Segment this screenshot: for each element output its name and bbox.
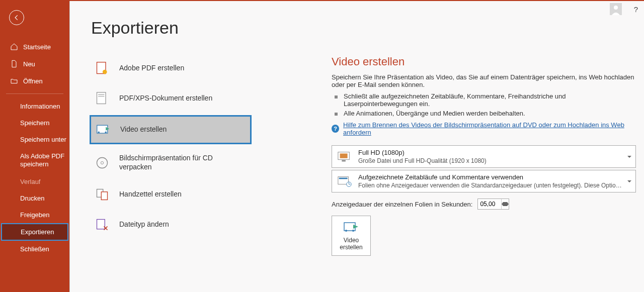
- export-create-video[interactable]: Video erstellen: [90, 116, 251, 144]
- svg-rect-18: [339, 177, 348, 179]
- svg-rect-16: [342, 160, 346, 161]
- export-label: PDF/XPS-Dokument erstellen: [119, 94, 212, 103]
- svg-point-9: [97, 157, 108, 168]
- export-options-list: Adobe PDF erstellen PDF/XPS-Dokument ers…: [90, 55, 251, 242]
- svg-rect-15: [340, 153, 348, 158]
- sidebar-label: Informationen: [20, 103, 60, 110]
- sidebar-label: Exportieren: [21, 228, 54, 236]
- svg-rect-13: [97, 220, 105, 229]
- video-create-panel: Video erstellen Speichern Sie Ihre Präse…: [332, 55, 636, 256]
- panel-bullet: Schließt alle aufgezeichneten Zeitabläuf…: [332, 92, 636, 108]
- sidebar-label: Öffnen: [23, 77, 43, 85]
- sidebar-label: Drucken: [20, 194, 44, 202]
- duration-spinner[interactable]: [477, 199, 509, 210]
- quality-sub: Große Datei und Full HD-Qualität (1920 x…: [358, 157, 623, 164]
- panel-heading: Video erstellen: [332, 55, 636, 68]
- sidebar-label: Speichern unter: [20, 136, 66, 143]
- chevron-down-icon: [627, 180, 631, 182]
- panel-bullet: Alle Animationen, Übergänge und Medien w…: [332, 110, 636, 117]
- spinner-up[interactable]: [502, 199, 509, 204]
- arrow-left-icon: [13, 14, 20, 21]
- monitor-icon: [337, 151, 352, 163]
- video-icon: [96, 123, 110, 137]
- sidebar-label: Speichern: [20, 119, 50, 127]
- svg-rect-3: [97, 92, 106, 104]
- help-info-icon: ?: [332, 125, 339, 133]
- sidebar-label: Freigeben: [20, 211, 50, 219]
- sidebar-label: Als Adobe PDF speichern: [20, 152, 69, 169]
- duration-label: Anzeigedauer der einzelnen Folien in Sek…: [332, 201, 472, 208]
- svg-point-21: [345, 230, 347, 232]
- sidebar-item-info[interactable]: Informationen: [0, 98, 69, 115]
- sidebar-item-export[interactable]: Exportieren: [1, 223, 68, 241]
- chevron-down-icon: [627, 156, 631, 158]
- svg-point-7: [98, 132, 100, 134]
- timings-icon: [337, 175, 352, 187]
- sidebar-item-home[interactable]: Startseite: [0, 38, 69, 55]
- svg-point-8: [105, 132, 107, 134]
- svg-point-2: [103, 70, 107, 74]
- svg-point-0: [614, 6, 618, 10]
- export-label: Video erstellen: [120, 125, 167, 134]
- user-icon: [610, 3, 622, 15]
- account-avatar[interactable]: [610, 3, 622, 15]
- timings-dropdown[interactable]: Aufgezeichnete Zeitabläufe und Kommentar…: [332, 170, 636, 192]
- timings-title: Aufgezeichnete Zeitabläufe und Kommentar…: [358, 173, 623, 181]
- home-icon: [10, 43, 18, 51]
- export-pdf-xps[interactable]: PDF/XPS-Dokument erstellen: [90, 85, 251, 112]
- help-button[interactable]: ?: [630, 5, 642, 14]
- sidebar-item-new[interactable]: Neu: [0, 55, 69, 72]
- export-change-filetype[interactable]: Dateityp ändern: [90, 212, 251, 238]
- svg-point-10: [101, 161, 103, 164]
- folder-open-icon: [10, 77, 18, 85]
- export-handouts[interactable]: Handzettel erstellen: [90, 181, 251, 208]
- duration-input[interactable]: [478, 200, 501, 209]
- document-icon: [10, 60, 18, 68]
- sidebar-item-adobepdf[interactable]: Als Adobe PDF speichern: [0, 148, 69, 173]
- sidebar-item-print[interactable]: Drucken: [0, 190, 69, 207]
- svg-rect-12: [101, 192, 107, 200]
- export-label: Bildschirmpräsentation für CD verpacken: [119, 154, 246, 171]
- sidebar-label: Verlauf: [20, 178, 40, 185]
- page-title: Exportieren: [91, 18, 644, 38]
- help-link[interactable]: Hilfe zum Brennen des Videos der Bildsch…: [343, 121, 636, 136]
- main-content: ? Exportieren Adobe PDF erstellen PDF/XP…: [69, 1, 644, 292]
- back-button[interactable]: [9, 10, 24, 25]
- create-video-label: Video erstellen: [332, 237, 370, 251]
- sidebar-item-save[interactable]: Speichern: [0, 115, 69, 131]
- svg-rect-5: [98, 96, 104, 97]
- export-label: Dateityp ändern: [119, 220, 169, 229]
- quality-dropdown[interactable]: Full HD (1080p) Große Datei und Full HD-…: [332, 145, 636, 168]
- export-adobe-pdf[interactable]: Adobe PDF erstellen: [90, 55, 251, 81]
- sidebar-item-saveas[interactable]: Speichern unter: [0, 131, 69, 148]
- sidebar-label: Schließen: [20, 245, 49, 253]
- export-label: Adobe PDF erstellen: [119, 64, 184, 73]
- create-video-button[interactable]: Video erstellen: [332, 216, 371, 256]
- sidebar-item-share[interactable]: Freigeben: [0, 207, 69, 223]
- export-package-cd[interactable]: Bildschirmpräsentation für CD verpacken: [90, 148, 251, 177]
- sidebar-label: Neu: [23, 60, 35, 68]
- sidebar-item-open[interactable]: Öffnen: [0, 72, 69, 89]
- svg-rect-4: [98, 94, 104, 95]
- handouts-icon: [95, 187, 109, 202]
- panel-intro: Speichern Sie Ihre Präsentation als Vide…: [332, 73, 636, 88]
- create-video-icon: [343, 221, 359, 234]
- filetype-icon: [95, 218, 109, 232]
- export-label: Handzettel erstellen: [119, 190, 182, 199]
- timings-sub: Folien ohne Anzeigedauer verwenden die S…: [358, 182, 623, 189]
- sidebar-item-close[interactable]: Schließen: [0, 241, 69, 257]
- cd-icon: [95, 156, 109, 170]
- pdf-icon: [95, 61, 109, 75]
- sidebar-item-history[interactable]: Verlauf: [0, 173, 69, 190]
- spinner-down[interactable]: [502, 204, 509, 209]
- pdfxps-icon: [95, 91, 109, 106]
- quality-title: Full HD (1080p): [358, 149, 623, 156]
- backstage-sidebar: Startseite Neu Öffnen Informationen Spei…: [0, 0, 69, 292]
- sidebar-label: Startseite: [23, 43, 51, 51]
- svg-point-22: [352, 230, 354, 232]
